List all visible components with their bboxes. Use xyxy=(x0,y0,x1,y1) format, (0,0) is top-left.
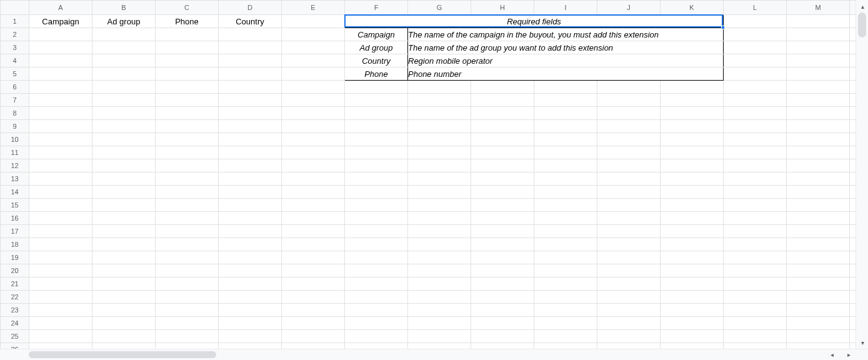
cell-I21[interactable] xyxy=(534,278,597,291)
cell-I12[interactable] xyxy=(534,159,597,172)
cell-C21[interactable] xyxy=(156,278,219,291)
cell-F9[interactable] xyxy=(345,120,408,133)
row-header-22[interactable]: 22 xyxy=(1,291,29,304)
cell-L14[interactable] xyxy=(724,186,787,199)
cell-M23[interactable] xyxy=(787,304,850,317)
col-header-E[interactable]: E xyxy=(282,1,345,15)
cell-M26[interactable] xyxy=(787,343,850,349)
cell-N20[interactable] xyxy=(850,264,856,278)
cell-D7[interactable] xyxy=(219,94,282,107)
cell-F13[interactable] xyxy=(345,172,408,186)
cell-A18[interactable] xyxy=(29,238,92,251)
required-field-label[interactable]: Phone xyxy=(345,68,408,81)
cell-D9[interactable] xyxy=(219,120,282,133)
cell-L9[interactable] xyxy=(724,120,787,133)
col-header-H[interactable]: H xyxy=(471,1,534,15)
cell-A12[interactable] xyxy=(29,159,92,172)
cell-I20[interactable] xyxy=(534,264,597,278)
cell-E18[interactable] xyxy=(282,238,345,251)
cell-B18[interactable] xyxy=(92,238,156,251)
cell-M20[interactable] xyxy=(787,264,850,278)
cell-K7[interactable] xyxy=(661,94,724,107)
cell-B3[interactable] xyxy=(92,41,156,54)
cell-E21[interactable] xyxy=(282,278,345,291)
cell-D4[interactable] xyxy=(219,54,282,68)
cell-B17[interactable] xyxy=(92,225,156,238)
cell-M10[interactable] xyxy=(787,133,850,146)
cell-A17[interactable] xyxy=(29,225,92,238)
cell-G18[interactable] xyxy=(408,238,471,251)
col-header-G[interactable]: G xyxy=(408,1,471,15)
cell-M11[interactable] xyxy=(787,146,850,159)
cell-L23[interactable] xyxy=(724,304,787,317)
cell-A4[interactable] xyxy=(29,54,92,68)
cell-H17[interactable] xyxy=(471,225,534,238)
required-field-desc[interactable]: Phone number xyxy=(408,68,724,81)
cell-E22[interactable] xyxy=(282,291,345,304)
row-header-13[interactable]: 13 xyxy=(1,172,29,186)
cell-D5[interactable] xyxy=(219,68,282,81)
col-header-M[interactable]: M xyxy=(787,1,850,15)
cell-A20[interactable] xyxy=(29,264,92,278)
cell-D18[interactable] xyxy=(219,238,282,251)
cell-K12[interactable] xyxy=(661,159,724,172)
cell-M22[interactable] xyxy=(787,291,850,304)
cell-K14[interactable] xyxy=(661,186,724,199)
cell-D17[interactable] xyxy=(219,225,282,238)
cell-A15[interactable] xyxy=(29,199,92,212)
cell-F22[interactable] xyxy=(345,291,408,304)
vertical-scroll-thumb[interactable] xyxy=(858,12,866,38)
required-fields-title[interactable]: Required fields xyxy=(345,15,724,28)
cell-G10[interactable] xyxy=(408,133,471,146)
cell-C16[interactable] xyxy=(156,212,219,225)
sheet-nav-prev[interactable]: ◂ xyxy=(826,351,839,358)
cell-M12[interactable] xyxy=(787,159,850,172)
cell-J6[interactable] xyxy=(597,81,661,94)
cell-G22[interactable] xyxy=(408,291,471,304)
cell-C17[interactable] xyxy=(156,225,219,238)
row-header-10[interactable]: 10 xyxy=(1,133,29,146)
cell-G21[interactable] xyxy=(408,278,471,291)
cell-K25[interactable] xyxy=(661,330,724,343)
cell-F25[interactable] xyxy=(345,330,408,343)
cell-M19[interactable] xyxy=(787,251,850,264)
cell-B6[interactable] xyxy=(92,81,156,94)
cell-K20[interactable] xyxy=(661,264,724,278)
cell-B23[interactable] xyxy=(92,304,156,317)
cell-M4[interactable] xyxy=(787,54,850,68)
cell-H10[interactable] xyxy=(471,133,534,146)
cell-H21[interactable] xyxy=(471,278,534,291)
cell-M25[interactable] xyxy=(787,330,850,343)
cell-J26[interactable] xyxy=(597,343,661,349)
cell-E23[interactable] xyxy=(282,304,345,317)
cell-B14[interactable] xyxy=(92,186,156,199)
cell-G11[interactable] xyxy=(408,146,471,159)
cell-D21[interactable] xyxy=(219,278,282,291)
cell-K9[interactable] xyxy=(661,120,724,133)
cell-K23[interactable] xyxy=(661,304,724,317)
cell-G24[interactable] xyxy=(408,317,471,330)
cell-M15[interactable] xyxy=(787,199,850,212)
cell-E4[interactable] xyxy=(282,54,345,68)
cell-B11[interactable] xyxy=(92,146,156,159)
cell-L19[interactable] xyxy=(724,251,787,264)
cell-F6[interactable] xyxy=(345,81,408,94)
cell-L11[interactable] xyxy=(724,146,787,159)
cell-E3[interactable] xyxy=(282,41,345,54)
row-header-16[interactable]: 16 xyxy=(1,212,29,225)
row-header-12[interactable]: 12 xyxy=(1,159,29,172)
cell-M24[interactable] xyxy=(787,317,850,330)
cell-K8[interactable] xyxy=(661,107,724,120)
row-header-2[interactable]: 2 xyxy=(1,28,29,41)
cell-H24[interactable] xyxy=(471,317,534,330)
cell-L21[interactable] xyxy=(724,278,787,291)
cell-E9[interactable] xyxy=(282,120,345,133)
cell-N13[interactable] xyxy=(850,172,856,186)
input-header-B[interactable]: Ad group xyxy=(92,15,156,28)
cell-F8[interactable] xyxy=(345,107,408,120)
vertical-scrollbar[interactable]: ▴ ▾ xyxy=(856,0,868,349)
cell-J12[interactable] xyxy=(597,159,661,172)
cell-B12[interactable] xyxy=(92,159,156,172)
cell-J10[interactable] xyxy=(597,133,661,146)
cell-M5[interactable] xyxy=(787,68,850,81)
